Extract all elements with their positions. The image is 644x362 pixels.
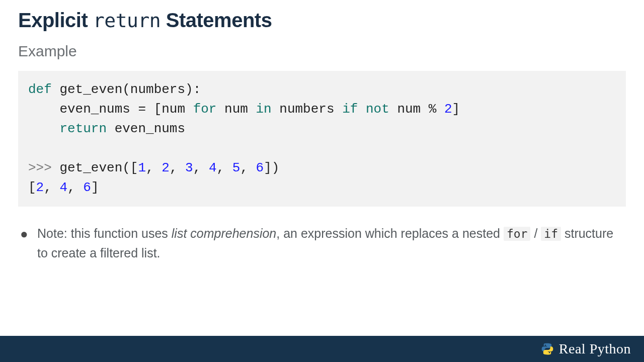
kw-not: not: [366, 102, 389, 117]
code-text: get_even([: [52, 160, 138, 175]
code-text: ,: [67, 180, 83, 195]
footer-bar: Real Python: [0, 336, 644, 362]
subtitle: Example: [18, 43, 626, 60]
code-text: ,: [146, 160, 162, 175]
code-text: get_even(numbers):: [52, 82, 201, 97]
num-2: 2: [444, 102, 452, 117]
code-text: ,: [217, 160, 232, 175]
num: 1: [138, 160, 146, 175]
note-text: /: [530, 226, 541, 240]
num: 2: [162, 160, 170, 175]
title-part1: Explicit: [18, 9, 93, 31]
bullet-text: Note: this function uses list comprehens…: [37, 224, 626, 263]
bullet-dot: ●: [20, 224, 37, 263]
code-text: ]: [91, 180, 99, 195]
slide-title: Explicit return Statements: [18, 9, 626, 32]
code-text: even_nums: [107, 121, 185, 136]
num: 2: [36, 180, 44, 195]
code-text: numbers: [272, 102, 342, 117]
note-block: ● Note: this function uses list comprehe…: [18, 207, 626, 263]
repl-prompt: >>>: [28, 160, 52, 175]
kw-if: if: [342, 102, 358, 117]
title-keyword: return: [93, 10, 160, 32]
num: 4: [59, 180, 67, 195]
python-logo-icon: [541, 342, 554, 355]
note-text: , an expression which replaces a nested: [276, 226, 504, 240]
num: 6: [83, 180, 91, 195]
inline-code-for: for: [504, 227, 531, 241]
kw-for: for: [193, 102, 217, 117]
code-text: [: [28, 180, 36, 195]
note-text: Note: this function uses: [37, 226, 172, 240]
footer-brand: Real Python: [559, 341, 631, 357]
code-text: ,: [193, 160, 209, 175]
code-text: num %: [389, 102, 444, 117]
code-text: ]): [264, 160, 279, 175]
kw-in: in: [256, 102, 271, 117]
bullet-item: ● Note: this function uses list comprehe…: [20, 224, 626, 263]
slide-content: Explicit return Statements Example def g…: [0, 0, 644, 263]
code-text: even_nums = [num: [28, 102, 193, 117]
kw-def: def: [28, 82, 52, 97]
num: 6: [256, 160, 264, 175]
code-text: num: [216, 102, 256, 117]
title-part2: Statements: [160, 9, 272, 31]
code-text: ,: [44, 180, 59, 195]
num: 4: [209, 160, 217, 175]
code-text: ,: [240, 160, 256, 175]
num: 5: [232, 160, 240, 175]
slide: Explicit return Statements Example def g…: [0, 0, 644, 362]
kw-return: return: [59, 121, 107, 136]
code-text: ]: [452, 102, 460, 117]
num: 3: [185, 160, 193, 175]
code-text: [28, 121, 59, 136]
code-block: def get_even(numbers): even_nums = [num …: [18, 71, 626, 207]
inline-code-if: if: [541, 227, 561, 241]
code-text: [358, 102, 366, 117]
code-text: ,: [170, 160, 185, 175]
note-emph: list comprehension: [172, 226, 276, 240]
